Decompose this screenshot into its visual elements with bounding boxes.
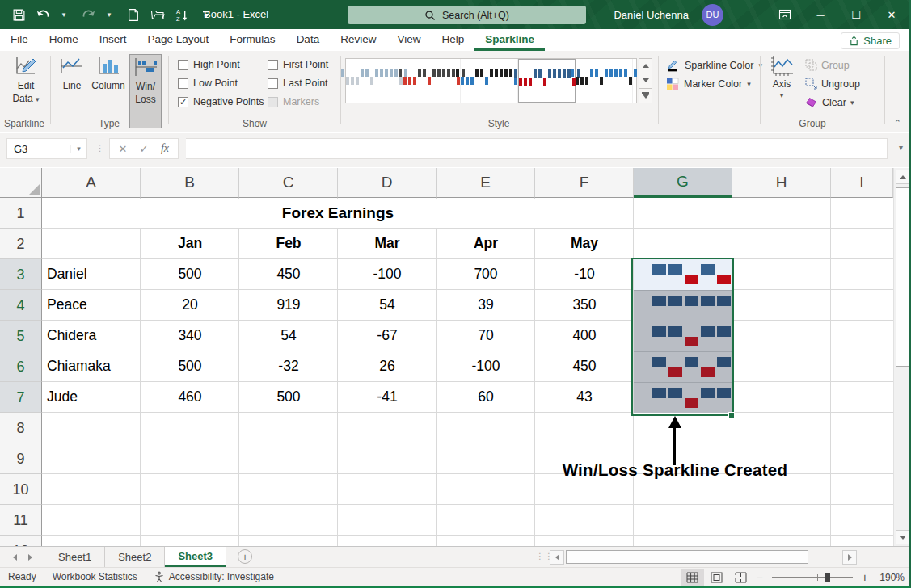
style-option-5[interactable] [576, 59, 633, 103]
normal-view-button[interactable] [681, 569, 704, 586]
column-header-g-selected[interactable]: G [634, 168, 732, 198]
sparkline-cell-g4[interactable] [634, 290, 732, 321]
column-header-e[interactable]: E [437, 168, 535, 198]
cancel-icon[interactable]: ✕ [113, 143, 133, 155]
horizontal-scroll-thumb[interactable] [566, 550, 808, 564]
ungroup-button[interactable]: Ungroup [805, 78, 860, 90]
value-cell[interactable]: 70 [437, 321, 535, 351]
value-cell[interactable]: 450 [239, 259, 338, 290]
name-cell[interactable]: Jude [43, 382, 140, 413]
value-cell[interactable]: 39 [437, 290, 535, 321]
column-header-b[interactable]: B [141, 168, 239, 198]
value-cell[interactable]: 350 [535, 290, 634, 321]
column-sparkline-button[interactable]: Column [89, 54, 128, 91]
row-header-8[interactable]: 8 [0, 413, 42, 443]
tab-insert[interactable]: Insert [89, 29, 137, 51]
minimize-button[interactable]: ─ [803, 0, 838, 29]
style-option-3[interactable] [461, 59, 518, 103]
zoom-out-button[interactable]: − [754, 571, 765, 584]
value-cell[interactable]: -100 [437, 351, 535, 382]
tab-view[interactable]: View [386, 29, 431, 51]
undo-dropdown-icon[interactable]: ▾ [53, 3, 74, 26]
value-cell[interactable]: 700 [437, 259, 535, 290]
high-point-checkbox[interactable]: High Point [178, 59, 240, 70]
value-cell[interactable]: 20 [141, 290, 239, 321]
tab-home[interactable]: Home [39, 29, 89, 51]
last-point-checkbox[interactable]: Last Point [268, 78, 328, 89]
insert-function-icon[interactable]: fx [155, 142, 175, 155]
axis-button[interactable]: Axis ▾ [765, 54, 799, 99]
collapse-ribbon-icon[interactable]: ⌃ [894, 118, 901, 128]
accessibility-status[interactable]: Accessibility: Investigate [146, 571, 282, 582]
column-header-i[interactable]: I [831, 168, 893, 198]
zoom-slider[interactable] [772, 577, 853, 578]
row-header-11[interactable]: 11 [0, 505, 42, 536]
row-header-6[interactable]: 6 [0, 351, 42, 382]
value-cell[interactable]: 400 [535, 321, 634, 351]
gallery-scroll-up-icon[interactable] [639, 58, 652, 74]
prev-sheet-icon[interactable] [13, 554, 17, 561]
value-cell[interactable]: -100 [338, 259, 437, 290]
name-cell[interactable]: Daniel [43, 259, 140, 290]
vertical-scroll-thumb[interactable] [896, 187, 910, 367]
name-cell[interactable]: Chiamaka [43, 351, 140, 382]
column-header-c[interactable]: C [239, 168, 338, 198]
column-header-a[interactable]: A [42, 168, 141, 198]
value-cell[interactable]: 60 [437, 382, 535, 413]
month-header-cell[interactable]: Feb [239, 229, 338, 259]
row-header-9[interactable]: 9 [0, 443, 42, 474]
month-header-cell[interactable]: Mar [338, 229, 437, 259]
add-sheet-button[interactable]: + [238, 549, 252, 564]
sheet-tab-3-active[interactable]: Sheet3 [165, 547, 226, 567]
tab-file[interactable]: File [0, 29, 39, 51]
value-cell[interactable]: 500 [141, 259, 239, 290]
gallery-more-icon[interactable] [639, 89, 652, 103]
line-sparkline-button[interactable]: Line [55, 54, 89, 91]
select-all-corner[interactable] [0, 168, 42, 198]
value-cell[interactable]: 54 [239, 321, 338, 351]
scroll-up-icon[interactable] [896, 170, 910, 184]
value-cell[interactable]: 54 [338, 290, 437, 321]
row-header-5[interactable]: 5 [0, 321, 42, 351]
tab-page-layout[interactable]: Page Layout [137, 29, 220, 51]
checkbox-icon[interactable] [178, 78, 188, 89]
account-area[interactable]: Daniel Uchenna DU [614, 0, 723, 29]
month-header-cell[interactable]: Apr [437, 229, 535, 259]
sparkline-cell-g5[interactable] [634, 321, 732, 351]
avatar[interactable]: DU [702, 4, 723, 26]
checkbox-icon[interactable] [268, 78, 278, 89]
namebox-dropdown-icon[interactable]: ▾ [70, 145, 86, 153]
column-header-d[interactable]: D [338, 168, 437, 198]
value-cell[interactable]: 500 [239, 382, 338, 413]
name-cell[interactable]: Chidera [43, 321, 140, 351]
undo-button[interactable] [32, 3, 53, 26]
sheet-tab-2[interactable]: Sheet2 [105, 547, 165, 567]
sheet-tab-1[interactable]: Sheet1 [45, 547, 105, 567]
value-cell[interactable]: 500 [141, 351, 239, 382]
gallery-scroll-down-icon[interactable] [639, 74, 652, 88]
share-button[interactable]: Share [841, 32, 900, 49]
save-button[interactable] [8, 3, 29, 26]
row-header-4[interactable]: 4 [0, 290, 42, 321]
checkbox-checked-icon[interactable]: ✓ [178, 97, 188, 107]
negative-points-checkbox[interactable]: ✓ Negative Points [178, 96, 264, 107]
row-header-7[interactable]: 7 [0, 382, 42, 413]
tab-formulas[interactable]: Formulas [219, 29, 285, 51]
value-cell[interactable]: 460 [141, 382, 239, 413]
formulabar-expand-icon[interactable]: ▾ [899, 143, 903, 152]
edit-data-button[interactable]: Edit Data ▾ [6, 54, 45, 104]
redo-dropdown-icon[interactable]: ▾ [99, 3, 120, 26]
redo-button[interactable] [78, 3, 99, 26]
name-box[interactable]: G3 ▾ [6, 138, 87, 159]
sparkline-cell-g3[interactable] [634, 259, 732, 290]
workbook-statistics-button[interactable]: Workbook Statistics [44, 571, 146, 582]
value-cell[interactable]: 26 [338, 351, 437, 382]
first-point-checkbox[interactable]: First Point [268, 59, 328, 70]
next-sheet-icon[interactable] [28, 554, 32, 561]
marker-color-button[interactable]: Marker Color ▾ [666, 78, 751, 90]
new-file-button[interactable] [123, 3, 144, 26]
zoom-in-button[interactable]: + [859, 571, 871, 584]
row-header-2[interactable]: 2 [0, 229, 42, 259]
row-header-1[interactable]: 1 [0, 198, 42, 229]
sparkline-cell-g7[interactable] [634, 382, 732, 413]
